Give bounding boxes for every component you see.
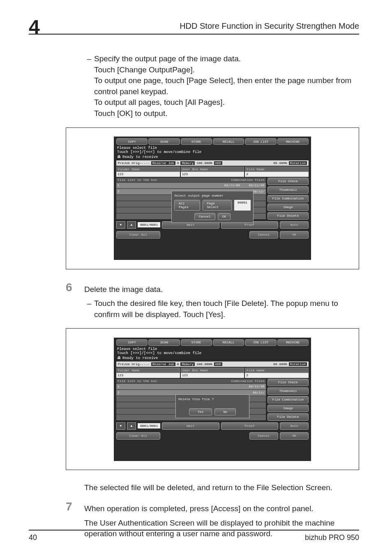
- input-file[interactable]: 2: [245, 373, 309, 378]
- row-date: 08/11/: [253, 190, 265, 193]
- wait-button[interactable]: Wait: [162, 422, 219, 430]
- input-userbox[interactable]: 123: [181, 373, 244, 378]
- bullet-line: Touch [OK] to output.: [94, 109, 168, 118]
- file-check-button[interactable]: File Check: [267, 178, 309, 185]
- header-rule: [29, 34, 359, 35]
- footer-rule: [29, 530, 359, 531]
- status-hdd-value: 99.996%: [273, 161, 287, 165]
- screen-message-2: Touch [>>>]/[<<<] to move/combine file: [117, 151, 308, 155]
- thumbnail-button[interactable]: Thumbnail: [267, 186, 309, 194]
- tab-copy[interactable]: COPY: [116, 138, 148, 145]
- page-number-input[interactable]: 00001: [234, 200, 251, 211]
- page-count: 0001/0001: [138, 222, 160, 227]
- tab-scan[interactable]: SCAN: [148, 339, 180, 346]
- row-idx: 2: [118, 190, 120, 193]
- page-count: 0001/0001: [138, 423, 160, 429]
- down-arrow-button[interactable]: ▼: [116, 422, 125, 430]
- tab-joblist[interactable]: JOB LIST: [245, 339, 276, 346]
- proof-button[interactable]: Proof: [221, 422, 278, 430]
- tab-recall[interactable]: RECALL: [213, 339, 244, 346]
- input-folder[interactable]: 123: [116, 373, 180, 378]
- file-delete-button[interactable]: File Delete: [267, 413, 309, 421]
- bullet-text: Specify the output page of the image dat…: [94, 53, 359, 119]
- up-arrow-button[interactable]: ▲: [127, 422, 136, 430]
- auto-button[interactable]: Auto: [280, 221, 309, 229]
- status-rotation: Rotation: [289, 362, 307, 366]
- mock-screen-1: COPY SCAN STORE RECALL JOB LIST MACHINE …: [114, 137, 311, 260]
- header-title: HDD Store Function in Security Strengthe…: [180, 21, 359, 31]
- bullet-line: To output one page, touch [Page Select],…: [94, 76, 351, 96]
- clear-all-button[interactable]: Clear All: [116, 231, 160, 239]
- screenshot-frame-2: COPY SCAN STORE RECALL JOB LIST MACHINE …: [66, 328, 359, 470]
- file-check-button[interactable]: File Check: [267, 379, 309, 386]
- tab-scan[interactable]: SCAN: [148, 138, 180, 145]
- list-head-left: File list in the box: [118, 379, 157, 383]
- list-row-1[interactable]: 1 08/11/06 08/11/06: [116, 183, 266, 188]
- tab-joblist[interactable]: JOB LIST: [245, 138, 276, 145]
- step-number-6: 6: [66, 282, 84, 295]
- col-userbox: User Box Name: [181, 167, 244, 172]
- popup-cancel-button[interactable]: Cancel: [194, 213, 215, 220]
- bullet-line: Touch [Change OutputPage].: [94, 65, 195, 74]
- tab-machine[interactable]: MACHINE: [277, 138, 309, 145]
- row-date-r: 08/11/06: [240, 183, 265, 187]
- status-hdd-value: 99.996%: [273, 362, 287, 366]
- step-7-text: When operation is completed, press [Acce…: [84, 501, 314, 514]
- ok-button[interactable]: OK: [280, 231, 309, 239]
- thumbnail-button[interactable]: Thumbnail: [267, 387, 309, 395]
- screenshot-frame-1: COPY SCAN STORE RECALL JOB LIST MACHINE …: [66, 127, 359, 269]
- image-button[interactable]: Image: [267, 204, 309, 211]
- input-folder[interactable]: 123: [116, 172, 180, 177]
- tab-machine[interactable]: MACHINE: [277, 339, 309, 346]
- status-mem-value: 100.000%: [196, 161, 212, 165]
- file-combination-button[interactable]: File Combination: [267, 396, 309, 403]
- cancel-button[interactable]: Cancel: [249, 231, 278, 239]
- status-mem-value: 100.000%: [196, 362, 212, 366]
- col-folder: Folder Name: [116, 368, 180, 373]
- list-head-right: Combination files: [231, 379, 265, 383]
- page-select-button[interactable]: Page Select: [203, 200, 232, 211]
- tab-recall[interactable]: RECALL: [213, 138, 244, 145]
- mock-screen-2: COPY SCAN STORE RECALL JOB LIST MACHINE …: [114, 338, 311, 461]
- no-button[interactable]: No: [214, 408, 236, 415]
- list-row-1[interactable]: 1 08/11/06: [116, 384, 266, 389]
- status-reserve: Reserve Job: [151, 362, 175, 366]
- all-pages-button[interactable]: All Pages: [174, 200, 200, 211]
- tab-store[interactable]: STORE: [181, 339, 212, 346]
- file-delete-button[interactable]: File Delete: [267, 212, 309, 220]
- tab-copy[interactable]: COPY: [116, 339, 148, 346]
- status-mem-n: 0: [177, 362, 179, 366]
- popup-ok-button[interactable]: OK: [218, 213, 231, 220]
- status-hdd-label: HDD: [214, 362, 222, 366]
- down-arrow-button[interactable]: ▼: [116, 221, 125, 229]
- step-6-text: Delete the image data.: [84, 282, 163, 295]
- bullet-dash: –: [84, 53, 94, 119]
- status-prejob: PreJob Orig-----: [118, 161, 150, 165]
- yes-button[interactable]: Yes: [189, 408, 212, 415]
- auto-button[interactable]: Auto: [280, 422, 309, 430]
- printer-icon: 🖶: [117, 357, 121, 361]
- ready-text: Ready to receive: [122, 155, 158, 160]
- up-arrow-button[interactable]: ▲: [127, 221, 136, 229]
- footer-page-number: 40: [29, 533, 37, 542]
- tab-store[interactable]: STORE: [181, 138, 212, 145]
- col-folder: Folder Name: [116, 167, 180, 172]
- file-combination-button[interactable]: File Combination: [267, 195, 309, 202]
- cancel-button[interactable]: Cancel: [249, 432, 278, 440]
- input-userbox[interactable]: 123: [181, 172, 244, 177]
- screen-message-2: Touch [>>>]/[<<<] to move/combine file: [117, 352, 308, 356]
- ok-button[interactable]: OK: [280, 432, 309, 440]
- row-idx: 1: [118, 183, 120, 187]
- row-idx: 2: [118, 391, 120, 394]
- row-idx: 1: [118, 385, 120, 388]
- image-button[interactable]: Image: [267, 405, 309, 412]
- clear-all-button[interactable]: Clear All: [116, 432, 160, 440]
- delete-confirm-popup: Delete this file ? Yes No: [175, 394, 249, 418]
- row-date: 08/11/06: [249, 385, 265, 388]
- bullet-line: To output all pages, touch [All Pages].: [94, 98, 225, 107]
- row-date: 08/11/06: [224, 183, 240, 187]
- input-file[interactable]: 2: [245, 172, 309, 177]
- bullet-dash: –: [84, 298, 94, 320]
- list-head-right: Combination files: [231, 178, 265, 182]
- popup-title: Delete this file ?: [178, 397, 247, 401]
